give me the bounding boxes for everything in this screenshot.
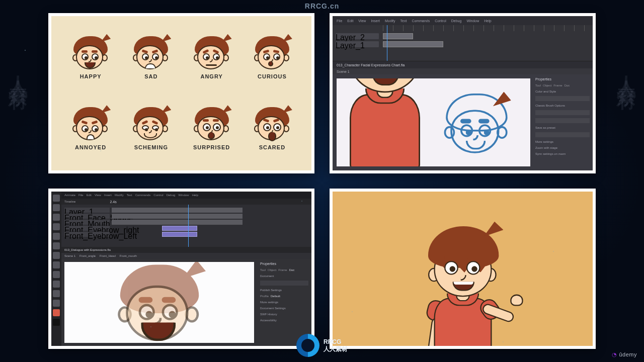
menu-item[interactable]: Help <box>484 19 491 23</box>
rrcg-logo-icon: R <box>296 334 319 357</box>
menu-item[interactable]: Insert <box>104 194 112 197</box>
checkbox-zoom-stage[interactable]: Zoom with stage <box>535 146 590 149</box>
publish-settings-section[interactable]: Publish Settings <box>260 289 308 292</box>
menu-item[interactable]: Animate <box>64 194 75 197</box>
brush-tool-icon[interactable] <box>53 252 60 259</box>
lasso-tool-icon[interactable] <box>53 204 60 211</box>
properties-panel[interactable]: Properties Tool Object Frame Doc Color a… <box>532 74 593 170</box>
menu-item[interactable]: Edit <box>347 19 353 23</box>
more-settings-link[interactable]: More settings <box>260 301 308 304</box>
keyframe-span[interactable] <box>162 226 197 231</box>
eraser-tool-icon[interactable] <box>53 281 60 288</box>
properties-tab[interactable]: Object <box>268 268 276 272</box>
color-swatch-row[interactable] <box>535 96 590 101</box>
playhead-time: 2.4s <box>110 200 116 204</box>
section-color-style: Color and Style <box>535 90 590 93</box>
keyframe-span[interactable] <box>162 232 197 237</box>
watermark-side-left: 人人素材 <box>5 60 31 80</box>
timeline-layer[interactable]: Front_Mouth <box>64 220 110 225</box>
transform-tool-icon[interactable] <box>53 214 60 221</box>
swf-history-section[interactable]: SWF History <box>260 313 308 316</box>
app-menubar[interactable]: Animate File Edit View Insert Modify Tex… <box>61 192 311 199</box>
document-settings-section[interactable]: Document Settings <box>260 307 308 310</box>
eyedropper-tool-icon[interactable] <box>53 271 60 278</box>
breadcrumb-scene[interactable]: Scene 1 <box>64 254 75 257</box>
menu-item[interactable]: Window <box>178 194 189 197</box>
menu-item[interactable]: Text <box>400 19 407 23</box>
timeline-layer[interactable]: Front_Eyebrow_right <box>64 226 110 231</box>
app-menubar[interactable]: File Edit View Insert Modify Text Comman… <box>333 16 593 25</box>
save-preset-link[interactable]: Save as preset <box>535 126 590 129</box>
menu-item[interactable]: Window <box>466 19 479 23</box>
panel-character-render <box>330 189 596 349</box>
watermark-side-right: 人人素材 <box>613 60 639 80</box>
breadcrumb-item[interactable]: Front_Head <box>100 254 116 257</box>
properties-tab[interactable]: Doc <box>289 268 295 272</box>
timeline-frame-span[interactable] <box>383 33 413 39</box>
document-tab[interactable]: 013_Character Facial Expressions Chart.f… <box>337 63 405 67</box>
expression-label: ANNOYED <box>71 144 110 150</box>
timeline-ruler[interactable] <box>383 25 593 31</box>
properties-tab[interactable]: Frame <box>553 84 562 87</box>
character-head-edit <box>115 264 203 343</box>
menu-item[interactable]: Control <box>153 194 163 197</box>
document-tab[interactable]: 013_Dialogue with Expressions.fla <box>64 248 111 251</box>
menu-item[interactable]: Edit <box>87 194 92 197</box>
panel-grid: HAPPY SAD ANGRY CURIOUS ANNOYED SCH <box>48 13 596 349</box>
tools-panel[interactable] <box>51 192 61 346</box>
panel-animate-dialogue: Animate File Edit View Insert Modify Tex… <box>48 189 314 349</box>
rectangle-tool-icon[interactable] <box>53 242 60 249</box>
timeline-panel[interactable]: Layer_1 Front_Face_Shape Front_Mouth Fro… <box>61 205 311 247</box>
timeline-layer[interactable]: Layer_1 <box>64 208 110 213</box>
menu-item[interactable]: View <box>358 19 366 23</box>
properties-panel[interactable]: Properties Tool Object Frame Doc Documen… <box>257 259 311 346</box>
menu-item[interactable]: Help <box>192 194 198 197</box>
breadcrumb-item[interactable]: Front_angle <box>79 254 96 257</box>
playhead[interactable] <box>387 25 387 61</box>
timeline-panel[interactable]: Layer_2 Layer_1 <box>333 25 593 61</box>
playhead[interactable] <box>188 205 189 247</box>
timeline-layer[interactable]: Front_Eyebrow_Left <box>64 232 110 237</box>
menu-item[interactable]: Commands <box>412 19 430 23</box>
menu-item[interactable]: Modify <box>385 19 395 23</box>
selection-tool-icon[interactable] <box>53 195 60 202</box>
more-settings-link[interactable]: More settings <box>535 140 590 143</box>
stage-canvas[interactable] <box>64 262 254 343</box>
pen-tool-icon[interactable] <box>53 223 60 230</box>
menu-item[interactable]: Modify <box>115 194 124 197</box>
menu-item[interactable]: Insert <box>371 19 380 23</box>
menu-item[interactable]: File <box>78 194 84 197</box>
timeline-layer[interactable]: Layer_1 <box>336 41 379 47</box>
hand-tool-icon[interactable] <box>53 290 60 297</box>
menu-item[interactable]: Text <box>127 194 132 197</box>
properties-tab[interactable]: Frame <box>278 268 287 272</box>
expression-label: SURPRISED <box>193 144 231 150</box>
accessibility-section[interactable]: Accessibility <box>260 319 308 322</box>
timeline-frame-span[interactable] <box>383 41 443 47</box>
text-tool-icon[interactable] <box>53 233 60 240</box>
paintbucket-tool-icon[interactable] <box>53 261 60 268</box>
character-boy-waving <box>411 211 515 349</box>
properties-tab[interactable]: Object <box>543 84 551 87</box>
fill-swatch-icon[interactable] <box>53 309 60 316</box>
breadcrumb-item[interactable]: Front_mouth <box>120 254 137 257</box>
stroke-swatch-icon[interactable] <box>53 319 60 326</box>
character-boy-reference <box>337 78 448 166</box>
menu-item[interactable]: Commands <box>135 194 151 197</box>
properties-tab[interactable]: Doc <box>565 84 570 87</box>
menu-item[interactable]: Control <box>435 19 446 23</box>
menu-item[interactable]: Debug <box>451 19 462 23</box>
checkbox-sync-settings[interactable]: Sync settings on zoom <box>535 152 590 155</box>
timeline-layer[interactable]: Front_Face_Shape <box>64 214 110 219</box>
menu-item[interactable]: Debug <box>167 194 176 197</box>
menu-item[interactable]: View <box>95 194 101 197</box>
stage-canvas[interactable] <box>337 78 530 166</box>
timeline-layer[interactable]: Layer_2 <box>336 33 379 39</box>
properties-tab[interactable]: Tool <box>260 268 266 272</box>
menu-item[interactable]: File <box>337 19 342 23</box>
scene-breadcrumb[interactable]: Scene 1 <box>337 70 350 73</box>
expression-curious: CURIOUS <box>253 36 291 79</box>
profile-value[interactable]: Default <box>271 295 280 298</box>
properties-tab[interactable]: Tool <box>535 84 541 87</box>
zoom-tool-icon[interactable] <box>53 300 60 307</box>
